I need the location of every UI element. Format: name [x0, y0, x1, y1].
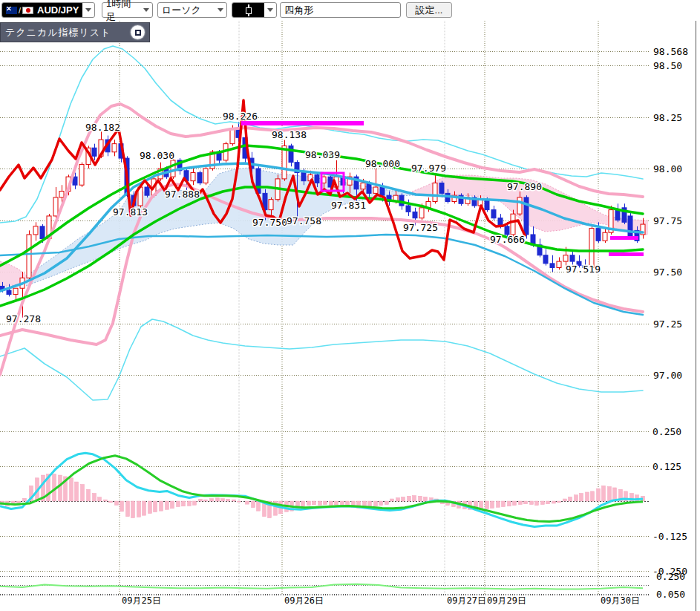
macd-histogram-bar	[120, 501, 124, 512]
candle	[628, 216, 632, 237]
date-label: 09月29日	[487, 595, 526, 606]
macd-histogram-bar	[137, 501, 141, 517]
macd-histogram-bar	[408, 496, 411, 501]
toolbar: / AUD/JPY 1時間足 ローソク 設定...	[0, 0, 700, 21]
candle	[27, 235, 31, 278]
candle	[73, 177, 77, 185]
macd-histogram-bar	[368, 501, 372, 507]
macd-histogram-bar	[318, 501, 322, 505]
candle	[485, 200, 489, 210]
price-tick-label: 97.75	[653, 215, 682, 226]
pivot-price-label: 97.519	[566, 264, 601, 275]
pivot-price-label: 98.000	[365, 158, 400, 169]
macd-histogram-bar	[424, 497, 428, 501]
price-chart-canvas[interactable]: 98.56898.5098.2598.0097.7597.5097.2597.0…	[0, 0, 700, 611]
pivot-price-label: 98.226	[223, 111, 258, 122]
drawn-bar-annotation[interactable]	[609, 252, 644, 256]
macd-histogram-bar	[385, 501, 389, 505]
candle	[433, 183, 437, 201]
macd-histogram-bar	[188, 501, 192, 506]
macd-line	[0, 453, 643, 526]
macd-histogram-bar	[81, 484, 85, 501]
restore-icon	[135, 30, 141, 36]
candle	[289, 146, 293, 162]
price-tick-label: 97.50	[653, 267, 682, 278]
macd-histogram-bar	[557, 501, 561, 503]
bollinger-lower-line	[0, 319, 643, 400]
macd-histogram-bar	[104, 500, 108, 501]
candle	[171, 160, 175, 177]
candle	[301, 173, 306, 181]
timeframe-select[interactable]: 1時間足	[102, 2, 153, 18]
macd-histogram-bar	[597, 489, 601, 501]
candle	[380, 187, 385, 195]
timeframe-label: 1時間足	[102, 0, 140, 24]
candle	[13, 288, 18, 294]
macd-histogram-bar	[313, 501, 316, 505]
macd-histogram-bar	[575, 495, 578, 501]
macd-histogram-bar	[307, 501, 311, 506]
candle	[517, 197, 522, 214]
candle	[511, 214, 515, 235]
candle	[59, 192, 64, 197]
candle	[7, 290, 11, 295]
drawing-tool-input[interactable]	[280, 2, 401, 18]
restore-window-button[interactable]	[131, 25, 145, 39]
macd-histogram-bar	[193, 501, 197, 505]
pivot-price-label: 98.039	[305, 149, 340, 160]
macd-histogram-bar	[238, 501, 241, 502]
symbol-select[interactable]: / AUD/JPY	[1, 2, 95, 18]
candle	[603, 232, 607, 241]
macd-histogram-bar	[535, 501, 539, 506]
macd-histogram-bar	[59, 475, 62, 501]
macd-histogram-bar	[148, 501, 152, 514]
macd-histogram-bar	[508, 501, 511, 506]
macd-histogram-bar	[390, 499, 394, 501]
indicator-list-panel-header[interactable]: テクニカル指標リスト	[0, 22, 150, 42]
price-tick-label: 97.25	[653, 318, 682, 330]
macd-histogram-bar	[513, 501, 517, 506]
chevron-down-icon[interactable]	[215, 3, 226, 17]
macd-histogram-bar	[226, 499, 230, 501]
macd-tick-label: -0.125	[652, 531, 687, 542]
price-tick-label: 98.00	[653, 163, 682, 174]
pivot-price-label: 97.888	[165, 189, 200, 200]
indicator-list-title: テクニカル指標リスト	[5, 26, 131, 39]
macd-histogram-bar	[257, 501, 261, 511]
candle	[79, 164, 84, 185]
candle	[413, 212, 417, 218]
macd-histogram-bar	[419, 496, 422, 501]
chevron-down-icon[interactable]	[264, 3, 276, 17]
drawn-bar-annotation[interactable]	[610, 236, 638, 240]
macd-histogram-bar	[485, 501, 489, 509]
symbol-label: AUD/JPY	[37, 4, 79, 16]
macd-histogram-bar	[166, 501, 169, 509]
macd-histogram-bar	[580, 493, 583, 501]
candle	[33, 226, 38, 235]
macd-histogram-bar	[182, 501, 186, 506]
macd-histogram-bar	[374, 501, 378, 506]
candle	[550, 264, 555, 268]
macd-histogram-bar	[330, 501, 333, 506]
chart-type-select[interactable]: ローソク	[157, 2, 227, 18]
price-tick-label: 97.00	[653, 370, 682, 381]
macd-histogram-bar	[324, 501, 327, 505]
drawn-bar-annotation[interactable]	[241, 121, 364, 125]
candle-style-select[interactable]	[232, 2, 277, 18]
date-label: 09月27日	[447, 595, 486, 606]
macd-histogram-bar	[497, 501, 500, 507]
candle	[197, 173, 202, 183]
chevron-down-icon[interactable]	[140, 3, 152, 17]
candle	[406, 206, 410, 212]
pivot-price-label: 97.979	[411, 163, 446, 174]
candle	[145, 187, 149, 195]
australia-flag-icon	[6, 7, 17, 14]
macd-histogram-bar	[519, 501, 523, 505]
macd-histogram-bar	[75, 482, 79, 501]
macd-histogram-bar	[586, 492, 589, 501]
settings-button[interactable]: 設定...	[406, 2, 452, 18]
macd-histogram-bar	[608, 486, 612, 501]
macd-histogram-bar	[502, 501, 506, 507]
macd-histogram-bar	[569, 497, 572, 501]
chevron-down-icon[interactable]	[82, 3, 94, 17]
